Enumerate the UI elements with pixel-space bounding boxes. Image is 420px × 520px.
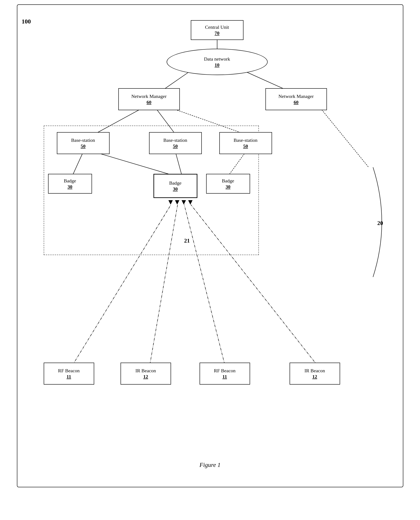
figure-caption: Figure 1 bbox=[26, 461, 394, 468]
base-station-2-node: Base-station 50 bbox=[149, 132, 202, 154]
central-unit-node: Central Unit 70 bbox=[191, 20, 243, 40]
label-20: 20 bbox=[377, 220, 383, 227]
network-manager-left-node: Network Manager 60 bbox=[118, 88, 180, 110]
rf-beacon2-label: RF Beacon bbox=[214, 368, 235, 374]
bs2-label: Base-station bbox=[163, 137, 187, 144]
rf-beacon-1-node: RF Beacon 11 bbox=[44, 363, 94, 385]
badge-1-node: Badge 30 bbox=[48, 174, 92, 193]
page-container: 100 bbox=[17, 4, 403, 487]
ir-beacon2-label: IR Beacon bbox=[305, 368, 325, 374]
bs2-num: 50 bbox=[173, 143, 178, 149]
nm-left-label: Network Manager bbox=[131, 93, 167, 100]
rf-beacon1-num: 11 bbox=[67, 374, 71, 379]
svg-line-1 bbox=[162, 71, 191, 90]
badge1-num: 30 bbox=[68, 184, 72, 190]
bs1-num: 50 bbox=[81, 143, 86, 149]
bs3-label: Base-station bbox=[234, 137, 257, 144]
badge1-label: Badge bbox=[64, 178, 76, 184]
nm-right-label: Network Manager bbox=[278, 93, 314, 100]
svg-line-2 bbox=[243, 71, 287, 90]
bs3-num: 50 bbox=[243, 143, 248, 149]
data-network-label: Data network bbox=[204, 56, 230, 62]
ir-beacon1-num: 12 bbox=[143, 374, 148, 379]
svg-line-6 bbox=[320, 108, 369, 167]
label-21: 21 bbox=[184, 238, 190, 244]
ir-beacon-2-node: IR Beacon 12 bbox=[290, 363, 340, 385]
badge-3-node: Badge 30 bbox=[206, 174, 250, 193]
ir-beacon-1-node: IR Beacon 12 bbox=[120, 363, 171, 385]
badge3-label: Badge bbox=[222, 178, 234, 184]
bs1-label: Base-station bbox=[71, 137, 95, 144]
badge2-label: Badge bbox=[169, 180, 181, 186]
data-network-node: Data network 10 bbox=[167, 49, 268, 75]
rf-beacon-2-node: RF Beacon 11 bbox=[200, 363, 250, 385]
nm-left-num: 60 bbox=[147, 99, 151, 105]
rf-beacon2-num: 11 bbox=[222, 374, 227, 379]
ir-beacon1-label: IR Beacon bbox=[135, 368, 156, 374]
nm-right-num: 60 bbox=[294, 99, 299, 105]
diagram: Central Unit 70 Data network 10 Network … bbox=[26, 14, 394, 453]
central-unit-num: 70 bbox=[215, 30, 219, 36]
badge3-num: 30 bbox=[226, 184, 231, 190]
central-unit-label: Central Unit bbox=[205, 24, 229, 30]
badge-2-node: Badge 30 bbox=[153, 174, 197, 198]
ir-beacon2-num: 12 bbox=[312, 374, 317, 379]
base-station-3-node: Base-station 50 bbox=[219, 132, 272, 154]
network-manager-right-node: Network Manager 60 bbox=[265, 88, 327, 110]
badge2-num: 30 bbox=[173, 186, 178, 192]
base-station-1-node: Base-station 50 bbox=[57, 132, 110, 154]
data-network-num: 10 bbox=[215, 62, 219, 68]
rf-beacon1-label: RF Beacon bbox=[58, 368, 80, 374]
